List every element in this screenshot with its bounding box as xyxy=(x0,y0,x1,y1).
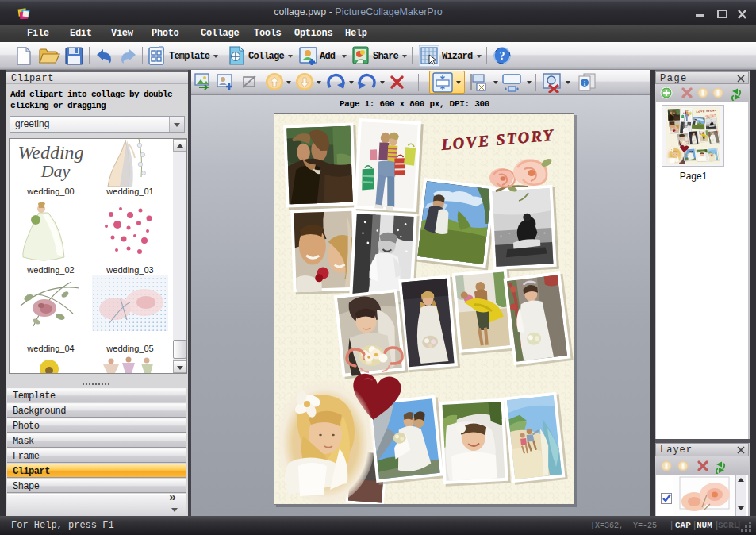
svg-text:Day: Day xyxy=(40,161,71,181)
svg-text:wedding_02: wedding_02 xyxy=(26,265,74,275)
svg-text:wedding_01: wedding_01 xyxy=(106,187,153,196)
svg-text:wedding_00: wedding_00 xyxy=(26,187,74,196)
svg-text:wedding_03: wedding_03 xyxy=(106,265,153,275)
svg-text:wedding_04: wedding_04 xyxy=(26,344,74,353)
svg-text:Wedding: Wedding xyxy=(17,142,83,163)
svg-text:?: ? xyxy=(500,50,505,62)
svg-text:wedding_05: wedding_05 xyxy=(106,344,153,353)
